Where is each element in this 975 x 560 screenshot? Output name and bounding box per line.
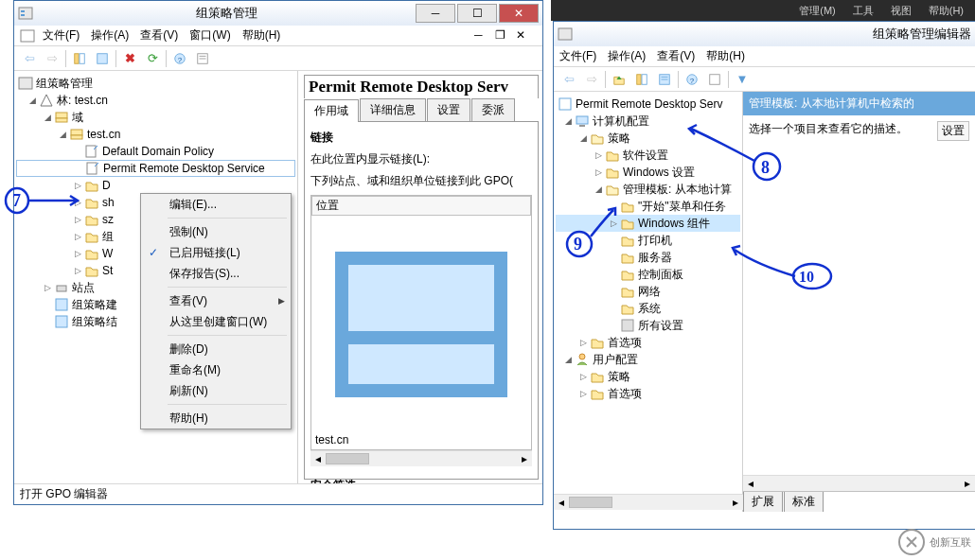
etree-servers[interactable]: 服务器 xyxy=(556,249,740,266)
link-item-testcn[interactable]: test.cn xyxy=(311,216,531,449)
menu-file[interactable]: 文件(F) xyxy=(43,27,80,44)
svg-rect-5 xyxy=(80,53,84,63)
etree-start[interactable]: "开始"菜单和任务 xyxy=(556,198,740,215)
gpme-forward-button[interactable]: ⇨ xyxy=(582,70,601,89)
show-hide-button[interactable] xyxy=(70,49,89,68)
delete-button-tb[interactable]: ✖ xyxy=(120,49,139,68)
etree-winset[interactable]: ▷Windows 设置 xyxy=(556,164,740,181)
forward-button[interactable]: ⇨ xyxy=(43,49,62,68)
gpo-heading: Permit Remote Desktop Serv xyxy=(304,75,539,98)
svg-rect-2 xyxy=(21,14,25,16)
mdi-minimize-button[interactable]: ─ xyxy=(474,28,495,44)
minimize-button[interactable]: ─ xyxy=(416,4,455,23)
svg-rect-1 xyxy=(21,10,25,12)
col-location[interactable]: 位置 xyxy=(311,196,531,216)
mdi-close-button[interactable]: ✕ xyxy=(516,28,537,44)
gpme-title: 组策略管理编辑器 xyxy=(578,26,971,43)
list-item[interactable] xyxy=(937,171,969,186)
gpme-app-icon xyxy=(558,26,573,42)
gpme-menu-action[interactable]: 操作(A) xyxy=(608,48,646,64)
ctx-new-window[interactable]: 从这里创建窗口(W) xyxy=(141,311,291,332)
etree-root[interactable]: Permit Remote Desktop Serv xyxy=(556,96,740,113)
ctx-enforce[interactable]: 强制(N) xyxy=(141,221,291,242)
properties-button[interactable] xyxy=(93,49,112,68)
etree-user[interactable]: ◢用户配置 xyxy=(556,351,740,368)
tab-setting[interactable]: 设置 xyxy=(427,98,470,121)
menu-action[interactable]: 操作(A) xyxy=(91,27,129,44)
svg-rect-28 xyxy=(558,28,572,40)
list-item[interactable] xyxy=(937,186,969,201)
gpme-help-button[interactable]: ? xyxy=(682,70,701,89)
ctx-refresh[interactable]: 刷新(N) xyxy=(141,380,291,401)
etree-user-prefs[interactable]: ▷首选项 xyxy=(556,385,740,402)
etree-allset[interactable]: 所有设置 xyxy=(556,317,740,334)
links-header: 链接 xyxy=(310,128,532,148)
etree-adm[interactable]: ◢管理模板: 从本地计算 xyxy=(556,181,740,198)
ctx-delete[interactable]: 删除(D) xyxy=(141,339,291,359)
strip-view: 视图 xyxy=(891,4,912,18)
tab-scope[interactable]: 作用域 xyxy=(304,99,359,122)
gpm-menu-icon xyxy=(20,28,35,44)
refresh-button-tb[interactable]: ⟳ xyxy=(143,49,162,68)
menu-help[interactable]: 帮助(H) xyxy=(242,27,281,44)
tree-forest[interactable]: ◢林: test.cn xyxy=(16,92,295,109)
tree-root[interactable]: 组策略管理 xyxy=(16,75,295,92)
etree-printers[interactable]: 打印机 xyxy=(556,232,740,249)
detail-desc: 选择一个项目来查看它的描述。 xyxy=(749,121,928,469)
list-item[interactable] xyxy=(937,201,969,217)
tab-standard[interactable]: 标准 xyxy=(784,492,824,512)
gpme-list-button[interactable] xyxy=(655,70,674,89)
tab-extended[interactable]: 扩展 xyxy=(743,492,783,512)
list-item[interactable] xyxy=(937,217,969,232)
gpme-menu-view[interactable]: 查看(V) xyxy=(657,48,695,64)
maximize-button[interactable]: ☐ xyxy=(457,4,497,23)
gpme-options-button[interactable] xyxy=(705,70,724,89)
tab-delegate[interactable]: 委派 xyxy=(471,98,515,121)
gpme-up-button[interactable] xyxy=(610,70,629,89)
etree-prefs[interactable]: ▷首选项 xyxy=(556,334,740,351)
etree-wincomp[interactable]: ▷Windows 组件 xyxy=(556,215,740,232)
tree-domains[interactable]: ◢域 xyxy=(16,109,295,126)
tree-default-gpo[interactable]: Default Domain Policy xyxy=(16,143,295,160)
etree-software[interactable]: ▷软件设置 xyxy=(556,147,740,164)
tree-permit-gpo[interactable]: Permit Remote Desktop Service xyxy=(16,160,295,177)
gpme-menu-file[interactable]: 文件(F) xyxy=(559,48,596,64)
etree-cpanel[interactable]: 控制面板 xyxy=(556,266,740,283)
close-button[interactable]: ✕ xyxy=(499,4,539,23)
menu-window[interactable]: 窗口(W) xyxy=(189,27,230,44)
col-setting[interactable]: 设置 xyxy=(937,121,969,141)
tab-detail[interactable]: 详细信息 xyxy=(360,98,426,121)
list-item[interactable] xyxy=(937,232,969,247)
gpm-menubar: 文件(F) 操作(A) 查看(V) 窗口(W) 帮助(H) ─ ❐ ✕ xyxy=(14,26,542,46)
etree-user-pol[interactable]: ▷策略 xyxy=(556,368,740,385)
gpme-back-button[interactable]: ⇦ xyxy=(559,70,578,89)
options-button-tb[interactable] xyxy=(193,49,212,68)
mdi-restore-button[interactable]: ❐ xyxy=(495,28,516,44)
check-icon: ✓ xyxy=(149,246,158,259)
ctx-edit[interactable]: 编辑(E)... xyxy=(141,194,291,215)
gpme-filter-button[interactable]: ▼ xyxy=(733,70,752,89)
ctx-rename[interactable]: 重命名(M) xyxy=(141,359,291,380)
help-button-tb[interactable]: ? xyxy=(170,49,189,68)
ctx-save-report[interactable]: 保存报告(S)... xyxy=(141,263,291,284)
etree-network[interactable]: 网络 xyxy=(556,283,740,300)
links-scrollbar[interactable]: ◂▸ xyxy=(310,450,532,466)
etree-system[interactable]: 系统 xyxy=(556,300,740,317)
gpme-menu-help[interactable]: 帮助(H) xyxy=(706,48,745,64)
gpme-tree[interactable]: Permit Remote Desktop Serv ◢计算机配置 ◢策略 ▷软… xyxy=(554,92,743,512)
list-item[interactable] xyxy=(937,141,969,156)
etree-computer[interactable]: ◢计算机配置 xyxy=(556,113,740,130)
menu-view[interactable]: 查看(V) xyxy=(140,27,178,44)
ctx-view[interactable]: 查看(V)▶ xyxy=(141,290,291,311)
list-item[interactable] xyxy=(937,156,969,171)
gpme-tree-scrollbar[interactable]: ◂▸ xyxy=(554,494,743,510)
back-button[interactable]: ⇦ xyxy=(20,49,39,68)
list-item[interactable] xyxy=(937,277,969,292)
gpme-showhide-button[interactable] xyxy=(632,70,651,89)
ctx-help[interactable]: 帮助(H) xyxy=(141,408,291,429)
tree-domain[interactable]: ◢test.cn xyxy=(16,126,295,143)
ctx-enable-link[interactable]: ✓已启用链接(L) xyxy=(141,242,291,263)
detail-scrollbar[interactable]: ◂▸ xyxy=(743,475,975,491)
etree-policies[interactable]: ◢策略 xyxy=(556,130,740,147)
tree-ou-d[interactable]: ▷D xyxy=(16,177,295,194)
